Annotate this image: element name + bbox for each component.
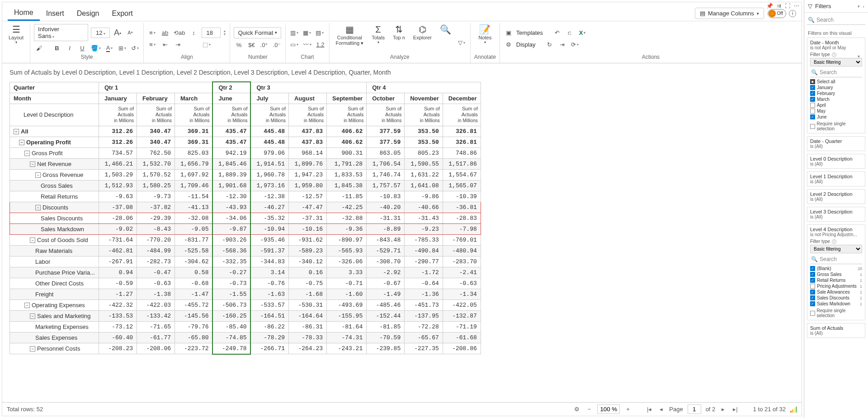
table-row[interactable]: Sales Expenses-60.40-61.77-65.80-74.85-7… <box>10 332 481 343</box>
checkbox-icon[interactable] <box>810 103 815 108</box>
table-row[interactable]: −Discounts-37.08-37.82-41.13-43.93-46.27… <box>10 202 481 213</box>
percent-button[interactable]: % <box>234 40 244 50</box>
collapse-filters-icon[interactable]: › <box>863 4 864 9</box>
orientation-button[interactable]: ⟲ab <box>173 28 186 38</box>
clear-format-button[interactable]: ↺ <box>130 43 140 53</box>
h-align-button[interactable]: ≡ <box>147 28 157 38</box>
checkbox-icon[interactable]: ✓ <box>810 290 815 294</box>
filter-list-item[interactable]: ✓Retail Returns1 <box>810 277 862 283</box>
table-row[interactable]: Raw Materials-462.81-484.99-525.58-568.3… <box>10 245 481 256</box>
checkbox-icon[interactable]: ✓ <box>810 91 815 96</box>
table-row[interactable]: Sales Discounts-28.06-29.39-32.08-34.06-… <box>10 213 481 223</box>
table-row[interactable]: −Operating Profit312.26340.47369.31435.4… <box>10 137 481 147</box>
filter-list-item[interactable]: ✓Sales Markdown1 <box>810 301 862 306</box>
underline-button[interactable]: U <box>77 43 87 53</box>
indent-button[interactable]: ⇥ <box>173 40 183 50</box>
table-row[interactable]: Retail Returns-9.63-9.73-11.54-12.30-12.… <box>10 191 481 202</box>
excel-button[interactable]: X <box>577 28 587 38</box>
focus-icon[interactable]: ⛶ <box>785 3 790 9</box>
filter-list-item[interactable]: ✓March <box>810 96 862 102</box>
italic-button[interactable]: I <box>65 43 75 53</box>
filter-list-item[interactable]: ✓June <box>810 114 862 119</box>
filter-card-l1[interactable]: Level 1 Description is (All) <box>807 171 865 186</box>
stepper-up[interactable]: ▲ <box>223 29 226 33</box>
topn-button[interactable]: ⇅ Top n <box>390 24 408 40</box>
ribbon-collapse-icon[interactable]: ▾ <box>858 54 860 59</box>
table-row[interactable]: −All312.26340.47369.31435.47445.48437.83… <box>10 126 481 137</box>
first-page-button[interactable]: |◂ <box>645 406 653 413</box>
lock-button[interactable]: ⇥ <box>557 39 567 49</box>
increase-font-button[interactable]: A▴ <box>113 28 123 38</box>
more-icon[interactable]: ⋯ <box>794 3 799 9</box>
collapse-icon[interactable]: − <box>24 303 30 308</box>
bar-chart-button[interactable]: ▥ <box>289 28 299 38</box>
expand-filters-icon[interactable]: ▾ <box>858 4 860 9</box>
filter-list-item[interactable]: Pricing Adjustments1 <box>810 283 862 289</box>
checkbox-icon[interactable]: ✓ <box>810 295 815 300</box>
filter-list-item[interactable]: ✓February <box>810 90 862 96</box>
collapse-icon[interactable]: − <box>30 314 35 319</box>
bold-button[interactable]: B <box>52 43 62 53</box>
fill-color-button[interactable]: 🪣 <box>90 43 102 53</box>
tab-design[interactable]: Design <box>71 7 106 20</box>
notes-button[interactable]: 📝 Notes ▾ <box>476 24 494 44</box>
checkbox-icon[interactable]: ✓ <box>810 85 815 90</box>
table-row[interactable]: Other Direct Costs-0.59-0.63-0.68-0.73-0… <box>10 278 481 289</box>
v-align-button[interactable]: ≡ <box>147 40 157 50</box>
settings-icon[interactable]: ⚙ <box>572 406 581 413</box>
collapse-icon[interactable]: − <box>30 238 35 243</box>
row-height-input[interactable]: 18 <box>202 28 221 38</box>
checkbox-icon[interactable]: ✓ <box>810 272 815 277</box>
format-painter-button[interactable]: 🖌 <box>34 43 44 53</box>
currency-button[interactable]: $€ <box>246 40 256 50</box>
filter-list-item[interactable]: ■Select all <box>810 79 862 85</box>
search-button[interactable]: 🔍 <box>437 24 454 40</box>
filter-card-sumactuals[interactable]: Sum of Actuals is (All) <box>807 323 865 338</box>
filter-card-quarter[interactable]: Date - Quarter is (All) <box>807 136 865 151</box>
collapse-icon[interactable]: − <box>35 172 41 178</box>
filter-card-l4[interactable]: Level 4 Description is not Pricing Adjus… <box>807 224 865 320</box>
checkbox-icon[interactable] <box>810 109 815 114</box>
table-row[interactable]: −Cost of Goods Sold-731.64-770.20-831.77… <box>10 234 481 245</box>
spark-line-button[interactable]: 〰 <box>302 39 312 49</box>
zoom-input[interactable] <box>597 404 620 414</box>
collapse-icon[interactable]: − <box>19 140 24 145</box>
conditional-formatting-button[interactable]: ▦ Conditional Formatting ▾ <box>333 24 367 46</box>
redo-button[interactable]: ⎌ <box>565 28 575 38</box>
info-small-icon[interactable]: i <box>832 239 836 244</box>
filter-list-item[interactable]: ✓January <box>810 85 862 90</box>
decrease-font-button[interactable]: A▾ <box>125 28 135 38</box>
increase-decimal-button[interactable]: .0⁺ <box>259 40 269 50</box>
filters-search[interactable]: 🔍 Search <box>807 15 865 25</box>
filter-list-item[interactable]: ✓Sales Discounts1 <box>810 295 862 301</box>
table-row[interactable]: −Sales and Marketing-133.53-133.42-145.5… <box>10 310 481 321</box>
checkbox-icon[interactable]: ✓ <box>810 278 815 283</box>
value-label-button[interactable]: 1.2 <box>315 39 325 49</box>
filter-button[interactable]: ▽ <box>457 38 467 48</box>
tab-home[interactable]: Home <box>8 6 40 21</box>
table-row[interactable]: Labor-267.91-282.73-304.62-332.35-344.83… <box>10 256 481 267</box>
filter-card-l3[interactable]: Level 3 Description is (All) <box>807 207 865 222</box>
totals-button[interactable]: Σ Totals ▾ <box>369 24 387 44</box>
require-single-checkbox2[interactable] <box>810 311 815 316</box>
prev-page-button[interactable]: ◂ <box>658 406 665 413</box>
table-row[interactable]: −Net Revenue1,466.211,532.701,656.791,84… <box>10 158 481 169</box>
refresh-button[interactable]: ⟳ <box>570 39 580 49</box>
manage-columns-dropdown[interactable]: ▤ Manage Columns ▾ <box>695 8 764 19</box>
toggle-switch[interactable]: Off <box>768 9 786 18</box>
table-row[interactable]: Marketing Expenses-73.12-71.65-79.76-85.… <box>10 321 481 332</box>
waterfall-button[interactable]: ▧ <box>315 28 325 38</box>
fit-button[interactable]: ⬚ <box>202 40 212 50</box>
stepper-down[interactable]: ▼ <box>223 33 226 36</box>
table-row[interactable]: −Gross Revenue1,503.291,570.521,697.921,… <box>10 169 481 180</box>
filter-list-item[interactable]: May <box>810 108 862 114</box>
collapse-icon[interactable]: − <box>14 129 19 134</box>
undo-button[interactable]: ↶ <box>552 28 562 38</box>
table-row[interactable]: Sales Markdown-9.02-8.43-9.05-9.87-10.94… <box>10 223 481 234</box>
filter-list-item[interactable]: ✓(Blank)28 <box>810 266 862 271</box>
filter-list-item[interactable]: ✓Sale Allowances1 <box>810 289 862 295</box>
zoom-in-button[interactable]: + <box>624 406 632 413</box>
dedent-button[interactable]: ⇤ <box>160 40 170 50</box>
collapse-icon[interactable]: − <box>24 151 30 156</box>
data-table[interactable]: QuarterQtr 1Qtr 2Qtr 3Qtr 4MonthJanuaryF… <box>9 81 481 355</box>
